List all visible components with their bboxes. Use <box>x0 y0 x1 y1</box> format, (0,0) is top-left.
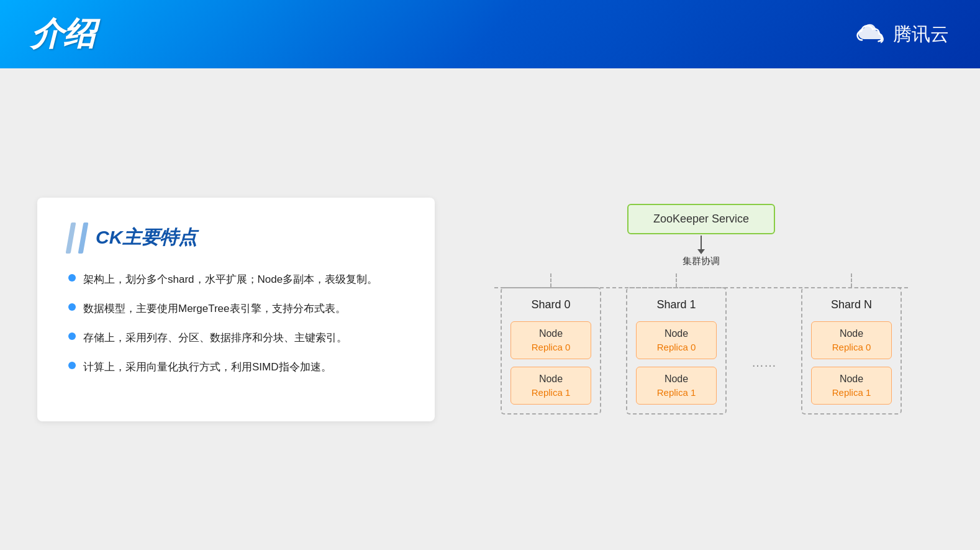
shard-n-box: Shard N Node Replica 0 Node Replica 1 <box>801 287 902 415</box>
title-accent-2 <box>78 222 89 254</box>
card-title: CK主要特点 <box>96 225 197 250</box>
shard-0-column: Shard 0 Node Replica 0 Node Replica 1 <box>501 273 601 415</box>
shard-1-connector <box>676 273 677 287</box>
shard-0-box: Shard 0 Node Replica 0 Node Replica 1 <box>501 287 601 415</box>
shard-n-node-1-label: Node <box>824 374 879 385</box>
header: 介绍 腾讯云 <box>0 0 980 68</box>
shard-1-column: Shard 1 Node Replica 0 Node Replica 1 <box>626 273 727 415</box>
shard-1-node-1: Node Replica 1 <box>636 367 717 405</box>
shard-n-label: Shard N <box>831 298 872 311</box>
shard-0-connector <box>550 273 551 287</box>
cloud-icon <box>856 22 887 46</box>
arrow-line <box>701 236 702 249</box>
shard-n-replica-1-label: Replica 1 <box>824 387 879 398</box>
bullet-item: 存储上，采用列存、分区、数据排序和分块、主键索引。 <box>68 329 404 346</box>
bullet-text: 计算上，采用向量化执行方式，利用SIMD指令加速。 <box>83 359 332 375</box>
bullet-list: 架构上，划分多个shard，水平扩展；Node多副本，表级复制。 数据模型，主要… <box>68 271 404 376</box>
main-content: CK主要特点 架构上，划分多个shard，水平扩展；Node多副本，表级复制。 … <box>0 68 980 550</box>
bullet-item: 数据模型，主要使用MergeTree表引擎，支持分布式表。 <box>68 300 404 317</box>
coord-label: 集群协调 <box>683 255 720 267</box>
diagram-container: ZooKeeper Service 集群协调 Shard 0 Node <box>501 204 902 415</box>
shard-n-replica-0-label: Replica 0 <box>824 342 879 352</box>
shard-n-column: Shard N Node Replica 0 Node Replica 1 <box>801 273 902 415</box>
shard-0-label: Shard 0 <box>531 298 570 311</box>
shard-n-node-0: Node Replica 0 <box>811 321 892 359</box>
shard-1-node-0-label: Node <box>649 328 704 339</box>
shard-n-node-0-label: Node <box>824 328 879 339</box>
shard-0-node-1: Node Replica 1 <box>510 367 591 405</box>
ellipsis: …… <box>751 355 776 370</box>
shard-0-replica-1-label: Replica 1 <box>524 387 578 398</box>
shard-1-label: Shard 1 <box>656 298 696 311</box>
bullet-text: 存储上，采用列存、分区、数据排序和分块、主键索引。 <box>83 329 347 346</box>
bullet-item: 架构上，划分多个shard，水平扩展；Node多副本，表级复制。 <box>68 271 404 288</box>
shard-0-node-0-label: Node <box>524 328 578 339</box>
arrow-head <box>697 249 705 254</box>
features-card: CK主要特点 架构上，划分多个shard，水平扩展；Node多副本，表级复制。 … <box>37 198 435 421</box>
title-accent-1 <box>66 222 76 254</box>
bullet-dot <box>68 274 76 282</box>
bullet-text: 数据模型，主要使用MergeTree表引擎，支持分布式表。 <box>83 300 346 317</box>
logo-text: 腾讯云 <box>893 22 949 47</box>
shard-n-node-1: Node Replica 1 <box>811 367 892 405</box>
header-logo: 腾讯云 <box>856 22 949 47</box>
shards-wrapper: Shard 0 Node Replica 0 Node Replica 1 <box>501 273 902 415</box>
shard-0-node-0: Node Replica 0 <box>510 321 591 359</box>
shard-0-replica-0-label: Replica 0 <box>524 342 578 352</box>
shard-0-node-1-label: Node <box>524 374 578 385</box>
bullet-text: 架构上，划分多个shard，水平扩展；Node多副本，表级复制。 <box>83 271 378 288</box>
header-title: 介绍 <box>31 12 96 56</box>
coordinator-area: 集群协调 <box>683 236 720 267</box>
shard-1-replica-1-label: Replica 1 <box>649 387 704 398</box>
zookeeper-box: ZooKeeper Service <box>627 204 775 234</box>
shard-1-node-0: Node Replica 0 <box>636 321 717 359</box>
bullet-dot <box>68 303 76 311</box>
card-title-area: CK主要特点 <box>68 222 404 254</box>
bullet-item: 计算上，采用向量化执行方式，利用SIMD指令加速。 <box>68 359 404 375</box>
architecture-diagram: ZooKeeper Service 集群协调 Shard 0 Node <box>460 204 943 415</box>
shard-1-replica-0-label: Replica 0 <box>649 342 704 352</box>
bullet-dot <box>68 362 76 369</box>
shard-1-box: Shard 1 Node Replica 0 Node Replica 1 <box>626 287 727 415</box>
shard-n-connector <box>851 273 852 287</box>
shard-1-node-1-label: Node <box>649 374 704 385</box>
bullet-dot <box>68 332 76 340</box>
